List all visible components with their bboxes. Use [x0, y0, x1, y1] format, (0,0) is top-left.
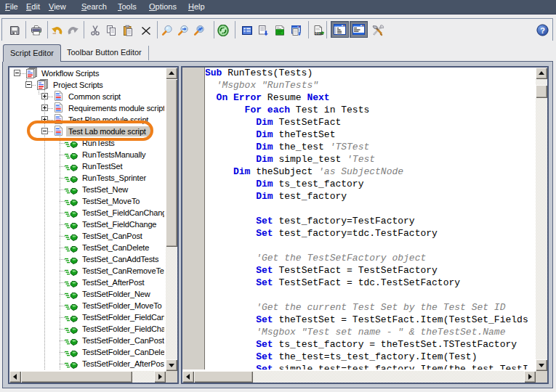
svg-text:?: ?	[540, 26, 545, 35]
